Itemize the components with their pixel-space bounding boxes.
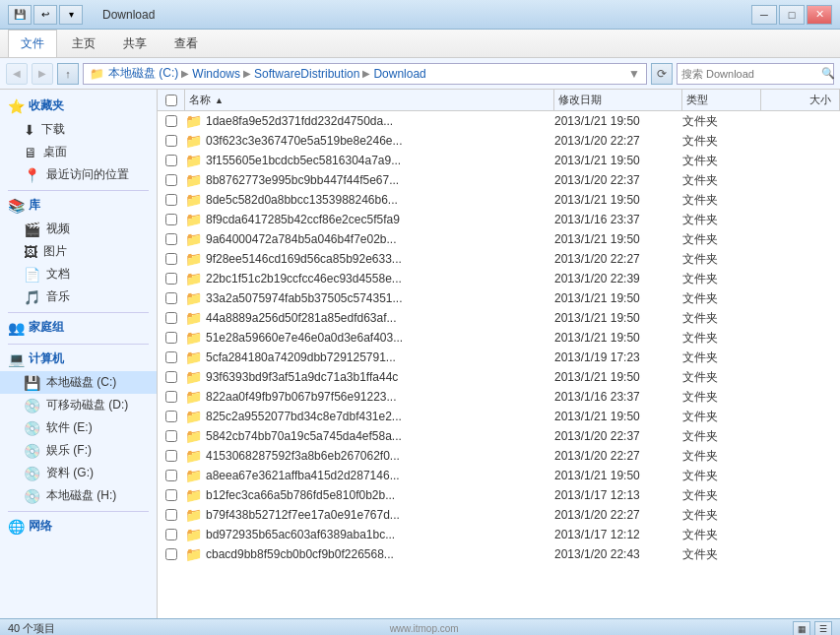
table-row[interactable]: 📁 825c2a9552077bd34c8e7dbf431e2... 2013/… [158,407,840,426]
sidebar-item-download[interactable]: ⬇ 下载 [0,118,157,141]
table-row[interactable]: 📁 822aa0f49fb97b067b97f56e91223... 2013/… [158,387,840,407]
col-header-date[interactable]: 修改日期 [554,90,682,110]
file-checkbox[interactable] [165,391,177,403]
file-type-cell: 文件夹 [682,428,761,445]
sidebar-header-library[interactable]: 📚 库 [0,193,157,218]
table-row[interactable]: 📁 b79f438b52712f7ee17a0e91e767d... 2013/… [158,505,840,525]
sidebar-header-homegroup[interactable]: 👥 家庭组 [0,315,157,340]
file-checkbox[interactable] [165,430,177,442]
file-name-text: bd972935b65ac603af6389aba1bc... [206,528,395,541]
breadcrumb-computer[interactable]: 本地磁盘 (C:) [108,65,178,82]
back-button[interactable]: ◀ [6,63,28,85]
table-row[interactable]: 📁 9f28ee5146cd169d56ca85b92e633... 2013/… [158,249,840,269]
up-button[interactable]: ↑ [57,63,79,85]
file-checkbox[interactable] [165,489,177,501]
table-row[interactable]: 📁 1dae8fa9e52d371fdd232d4750da... 2013/1… [158,111,840,131]
tab-file[interactable]: 文件 [8,30,57,57]
table-row[interactable]: 📁 22bc1f51c2b19ccfcc46ec93d4558e... 2013… [158,269,840,288]
file-checkbox[interactable] [165,174,177,186]
table-row[interactable]: 📁 8de5c582d0a8bbcc1353988246b6... 2013/1… [158,190,840,210]
file-checkbox[interactable] [165,214,177,225]
file-checkbox[interactable] [165,253,177,265]
table-row[interactable]: 📁 44a8889a256d50f281a85edfd63af... 2013/… [158,308,840,328]
quick-undo-btn[interactable]: ↩ [33,5,57,25]
sidebar-item-h-drive[interactable]: 💿 本地磁盘 (H:) [0,484,157,507]
search-input[interactable] [681,68,817,80]
sidebar-item-d-drive[interactable]: 💿 可移动磁盘 (D:) [0,394,157,416]
select-all-checkbox[interactable] [165,95,177,106]
table-row[interactable]: 📁 5842cb74bb70a19c5a745da4ef58a... 2013/… [158,426,840,446]
file-checkbox[interactable] [165,233,177,245]
sidebar-item-pictures[interactable]: 🖼 图片 [0,240,157,263]
maximize-button[interactable]: □ [779,5,805,25]
tab-home[interactable]: 主页 [59,30,108,57]
file-checkbox[interactable] [165,312,177,324]
address-box[interactable]: 📁 本地磁盘 (C:) ▶ Windows ▶ SoftwareDistribu… [83,63,647,85]
table-row[interactable]: 📁 9a64000472a784b5a046b4f7e02b... 2013/1… [158,229,840,249]
col-header-name[interactable]: 名称 ▲ [185,90,554,110]
file-checkbox[interactable] [165,135,177,147]
file-checkbox[interactable] [165,332,177,344]
table-row[interactable]: 📁 33a2a5075974fab5b37505c574351... 2013/… [158,288,840,308]
file-checkbox[interactable] [165,273,177,285]
quick-dropdown-btn[interactable]: ▾ [59,5,83,25]
table-row[interactable]: 📁 bd972935b65ac603af6389aba1bc... 2013/1… [158,525,840,544]
recent-icon: 📍 [24,167,40,183]
table-row[interactable]: 📁 b12fec3ca66a5b786fd5e810f0b2b... 2013/… [158,485,840,505]
table-row[interactable]: 📁 a8eea67e3621affba415d2d287146... 2013/… [158,466,840,485]
col-header-size[interactable]: 大小 [761,90,840,110]
search-box[interactable]: 🔍 [677,63,834,85]
sidebar-item-desktop[interactable]: 🖥 桌面 [0,141,157,163]
file-name-cell: 📁 bd972935b65ac603af6389aba1bc... [185,527,554,542]
file-checkbox[interactable] [165,351,177,363]
tab-view[interactable]: 查看 [162,30,211,57]
table-row[interactable]: 📁 4153068287592f3a8b6eb267062f0... 2013/… [158,446,840,466]
sidebar-item-video[interactable]: 🎬 视频 [0,218,157,240]
file-checkbox[interactable] [165,470,177,481]
table-row[interactable]: 📁 8f9cda6417285b42ccf86e2cec5f5fa9 2013/… [158,210,840,229]
file-checkbox[interactable] [165,115,177,127]
sidebar-item-f-drive[interactable]: 💿 娱乐 (F:) [0,439,157,462]
file-checkbox[interactable] [165,292,177,304]
minimize-button[interactable]: ─ [751,5,777,25]
folder-icon: 📁 [185,369,202,385]
breadcrumb-windows[interactable]: Windows [192,67,240,81]
view-details-button[interactable]: ▦ [793,621,810,636]
table-row[interactable]: 📁 3f155605e1bcdcb5ec5816304a7a9... 2013/… [158,151,840,170]
refresh-button[interactable]: ⟳ [651,63,673,85]
file-checkbox[interactable] [165,548,177,560]
sidebar-item-g-drive[interactable]: 💿 资料 (G:) [0,462,157,484]
table-row[interactable]: 📁 51e28a59660e7e46e0a0d3e6af403... 2013/… [158,328,840,348]
table-row[interactable]: 📁 cbacd9bb8f59cb0b0cf9b0f226568... 2013/… [158,544,840,564]
view-list-button[interactable]: ☰ [814,621,832,636]
file-checkbox[interactable] [165,371,177,383]
forward-button[interactable]: ▶ [32,63,53,85]
sidebar-item-e-drive[interactable]: 💿 软件 (E:) [0,416,157,439]
file-checkbox[interactable] [165,194,177,206]
table-row[interactable]: 📁 5cfa284180a74209dbb729125791... 2013/1… [158,348,840,367]
breadcrumb-download[interactable]: Download [373,67,425,81]
table-row[interactable]: 📁 8b8762773e995bc9bb447f44f5e67... 2013/… [158,170,840,190]
sidebar-header-computer[interactable]: 💻 计算机 [0,347,157,371]
file-checkbox[interactable] [165,509,177,521]
quick-save-btn[interactable]: 💾 [8,5,32,25]
address-dropdown-icon[interactable]: ▼ [628,67,640,81]
folder-icon: 📁 [185,428,202,444]
col-header-type[interactable]: 类型 [682,90,761,110]
breadcrumb-softwaredistribution[interactable]: SoftwareDistribution [254,67,359,81]
file-checkbox[interactable] [165,450,177,462]
sidebar-item-music[interactable]: 🎵 音乐 [0,286,157,308]
file-checkbox[interactable] [165,155,177,166]
sidebar-item-recent[interactable]: 📍 最近访问的位置 [0,163,157,186]
close-button[interactable]: ✕ [807,5,832,25]
sidebar-header-network[interactable]: 🌐 网络 [0,514,157,539]
file-checkbox[interactable] [165,529,177,540]
col-header-check[interactable] [158,90,185,110]
sidebar-item-documents[interactable]: 📄 文档 [0,263,157,286]
file-checkbox[interactable] [165,411,177,422]
sidebar-header-favorites[interactable]: ⭐ 收藏夹 [0,94,157,118]
sidebar-item-c-drive[interactable]: 💾 本地磁盘 (C:) [0,371,157,394]
tab-share[interactable]: 共享 [110,30,160,57]
table-row[interactable]: 📁 93f6393bd9f3af51a9dc71a3b1ffa44c 2013/… [158,367,840,387]
table-row[interactable]: 📁 03f623c3e367470e5a519be8e246e... 2013/… [158,131,840,151]
